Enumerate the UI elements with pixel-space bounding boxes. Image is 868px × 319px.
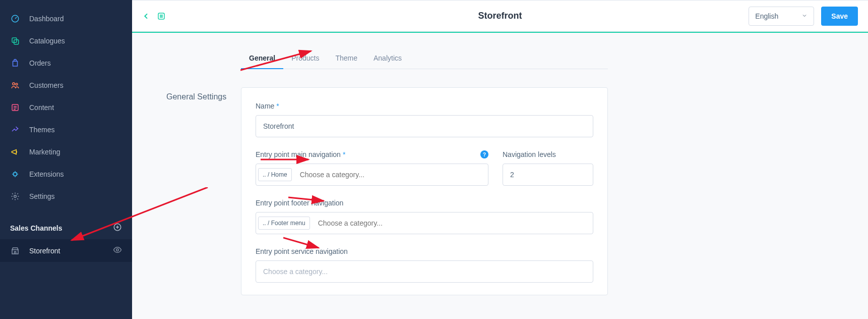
name-input[interactable] xyxy=(256,115,593,137)
copy-icon xyxy=(10,36,20,46)
general-card: Name* Entry point main navigation* ? .. … xyxy=(241,87,608,295)
save-button[interactable]: Save xyxy=(821,7,858,26)
nav-label: Content xyxy=(29,103,122,112)
nav-item-themes[interactable]: Themes xyxy=(0,119,132,141)
add-channel-icon[interactable] xyxy=(113,223,122,233)
entry-main-token[interactable]: .. / Home xyxy=(258,168,292,181)
nav-levels-label: Navigation levels xyxy=(503,150,593,158)
entry-main-label: Entry point main navigation* ? xyxy=(256,150,488,158)
channel-label: Storefront xyxy=(29,247,113,255)
nav-label: Catalogues xyxy=(29,37,122,45)
nav-label: Orders xyxy=(29,59,122,67)
language-select[interactable]: English xyxy=(749,7,814,26)
gear-icon xyxy=(10,191,20,201)
nav-item-settings[interactable]: Settings xyxy=(0,185,132,207)
svg-point-9 xyxy=(116,249,119,251)
nav-item-extensions[interactable]: Extensions xyxy=(0,163,132,185)
channel-list: Storefront xyxy=(0,239,132,262)
entry-footer-token[interactable]: .. / Footer menu xyxy=(258,217,310,230)
sales-channels-label: Sales Channels xyxy=(10,224,63,232)
sidebar: Dashboard Catalogues Orders Customers xyxy=(0,0,132,319)
entry-footer-placeholder[interactable] xyxy=(314,219,591,227)
nav-list: Dashboard Catalogues Orders Customers xyxy=(0,0,132,207)
bag-icon xyxy=(10,58,20,68)
topbar-left xyxy=(142,11,166,21)
topbar-right: English Save xyxy=(749,7,858,26)
svg-point-3 xyxy=(13,83,15,85)
nav-label: Settings xyxy=(29,192,122,200)
plugin-icon xyxy=(10,169,20,179)
tab-theme[interactable]: Theme xyxy=(327,48,365,69)
nav-label: Themes xyxy=(29,126,122,134)
gauge-icon xyxy=(10,14,20,24)
tab-analytics[interactable]: Analytics xyxy=(365,48,410,69)
nav-label: Extensions xyxy=(29,170,122,178)
nav-label: Customers xyxy=(29,81,122,89)
nav-levels-input[interactable] xyxy=(503,164,593,186)
nav-label: Dashboard xyxy=(29,15,122,23)
nav-item-content[interactable]: Content xyxy=(0,96,132,119)
topbar: Storefront English Save xyxy=(132,1,868,32)
visibility-icon[interactable] xyxy=(113,245,122,256)
required-mark: * xyxy=(276,102,279,110)
users-icon xyxy=(10,80,20,90)
entry-footer-label: Entry point footer navigation xyxy=(256,199,593,207)
tabs: General Products Theme Analytics xyxy=(241,48,608,69)
entry-service-label: Entry point service navigation xyxy=(256,247,593,255)
entry-footer-input[interactable]: .. / Footer menu xyxy=(256,212,593,234)
megaphone-icon xyxy=(10,147,20,157)
paint-icon xyxy=(10,125,20,135)
entry-service-input[interactable] xyxy=(256,260,593,283)
tab-general[interactable]: General xyxy=(241,48,283,69)
chevron-down-icon xyxy=(801,12,808,20)
back-icon[interactable] xyxy=(142,12,150,20)
section-title: General Settings xyxy=(166,87,241,295)
help-icon[interactable]: ? xyxy=(480,150,488,158)
sales-channels-header: Sales Channels xyxy=(0,217,132,239)
svg-point-7 xyxy=(14,195,17,198)
list-toggle-icon[interactable] xyxy=(156,11,166,21)
name-label: Name* xyxy=(256,102,593,110)
main: Storefront English Save General Products… xyxy=(132,0,868,319)
required-mark: * xyxy=(343,150,345,158)
nav-label: Marketing xyxy=(29,148,122,156)
nav-item-catalogues[interactable]: Catalogues xyxy=(0,30,132,52)
nav-item-customers[interactable]: Customers xyxy=(0,74,132,96)
channel-item-storefront[interactable]: Storefront xyxy=(0,239,132,262)
nav-item-dashboard[interactable]: Dashboard xyxy=(0,8,132,30)
general-section: General Settings Name* Entry point main … xyxy=(166,87,608,295)
content-icon xyxy=(10,102,20,113)
store-icon xyxy=(10,246,20,256)
entry-main-placeholder[interactable] xyxy=(296,171,486,179)
svg-rect-6 xyxy=(14,173,17,176)
nav-item-orders[interactable]: Orders xyxy=(0,52,132,74)
tab-products[interactable]: Products xyxy=(283,48,327,69)
svg-point-4 xyxy=(16,83,18,85)
entry-main-input[interactable]: .. / Home xyxy=(256,164,488,186)
content: General Products Theme Analytics General… xyxy=(132,33,868,319)
page-title: Storefront xyxy=(478,11,522,21)
nav-item-marketing[interactable]: Marketing xyxy=(0,141,132,163)
language-value: English xyxy=(755,12,778,20)
